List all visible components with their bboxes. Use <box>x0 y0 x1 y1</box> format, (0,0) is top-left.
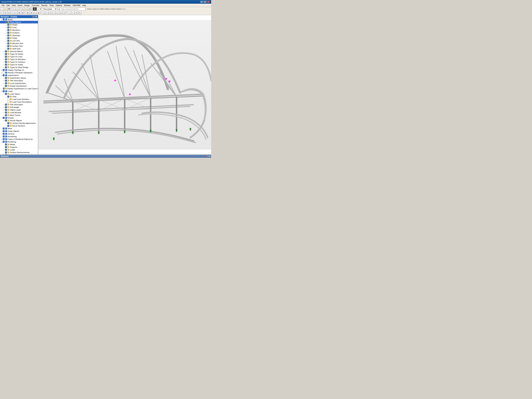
tree-item[interactable]: ▾✓Loads <box>0 90 38 93</box>
tree-item[interactable]: Load Case Numbers <box>0 98 38 101</box>
tree-checkbox[interactable]: ✓ <box>3 130 5 132</box>
menubar-item-file[interactable]: File <box>1 4 6 7</box>
tree-item[interactable]: ▸✓Local Imperfections <box>0 82 38 85</box>
tree-checkbox[interactable]: ✓ <box>3 138 5 140</box>
tree-checkbox[interactable]: ✓ <box>3 90 5 92</box>
tree-item[interactable]: ✓Supports <box>0 146 38 148</box>
tree-checkbox[interactable]: ✓ <box>5 82 7 84</box>
tree-checkbox[interactable]: ✓ <box>7 125 9 127</box>
tree-item[interactable]: ▸✓Line Sets <box>0 39 38 42</box>
tool-1[interactable]: ↖ <box>0 11 4 14</box>
tree-item[interactable]: ▸✓Special Objects <box>0 50 38 53</box>
tool-10[interactable]: ● <box>33 11 37 14</box>
keyword-search[interactable] <box>59 7 85 11</box>
tree-checkbox[interactable]: ✓ <box>7 26 9 28</box>
tool-4[interactable]: ∿ <box>11 11 14 14</box>
tree-item[interactable]: ▸✓Types for Surfaces <box>0 61 38 63</box>
tree-item[interactable]: ▾✓Basic Objects <box>0 21 38 23</box>
tree-item[interactable]: ▾✓Shading <box>0 154 38 154</box>
tree-checkbox[interactable]: ✓ <box>5 58 7 60</box>
tree-checkbox[interactable]: ✓ <box>3 74 5 76</box>
tree-item[interactable]: ✓Numbering <box>0 135 38 138</box>
open-button[interactable]: 📂 <box>4 7 7 11</box>
tool-15[interactable]: ⌗ <box>52 11 56 14</box>
tree-checkbox[interactable]: ✓ <box>5 144 7 146</box>
tree-item[interactable]: ▸✓Solid Sets <box>0 47 38 50</box>
tree-item[interactable]: ▸✓Openings <box>0 34 38 37</box>
menubar-item-assign[interactable]: Assign <box>23 4 31 7</box>
tree-checkbox[interactable]: ✓ <box>3 88 5 90</box>
tree-checkbox[interactable] <box>7 98 9 100</box>
nav-close-button[interactable]: ✕ <box>35 16 37 18</box>
tree-item[interactable]: Load Case Descriptions <box>0 101 38 103</box>
tree-checkbox[interactable]: ✓ <box>5 50 7 52</box>
tree-item[interactable]: ▾✓Result Objects <box>0 119 38 122</box>
tree-checkbox[interactable]: ✓ <box>5 56 7 58</box>
tree-item[interactable]: ▾✓Results <box>0 117 38 119</box>
tree-item[interactable]: ▸✓Member Sets <box>0 42 38 45</box>
tree-checkbox[interactable]: ✓ <box>7 122 9 124</box>
tree-item[interactable]: ▸✓Self-weight <box>0 106 38 108</box>
tree-checkbox[interactable]: ✓ <box>7 45 9 47</box>
menubar-item-insert[interactable]: Insert <box>17 4 23 7</box>
tree-item[interactable]: ▸✓Global Imperfections <box>0 85 38 87</box>
menubar-item-help[interactable]: Help <box>81 4 87 7</box>
tree-item[interactable]: ✓Mesh <box>0 127 38 130</box>
redo-button[interactable]: ↪ <box>16 7 19 11</box>
tree-item[interactable]: ▾✓Model <box>0 18 38 21</box>
pan-button[interactable]: ✋ <box>24 7 28 11</box>
nav-pin-button[interactable]: 📌 <box>32 16 35 18</box>
tool-16[interactable]: ⊾ <box>56 11 59 14</box>
tree-checkbox[interactable]: ✓ <box>3 127 5 129</box>
tree-item[interactable]: ✓General <box>0 133 38 135</box>
tool-9[interactable]: ■ <box>30 11 33 14</box>
tree-item[interactable]: ▸✓Title Information <box>0 103 38 106</box>
tool-17[interactable]: ⊻ <box>59 11 63 14</box>
load-case-name-combo[interactable]: Peso propio <box>42 7 57 11</box>
tree-checkbox[interactable]: ✓ <box>5 66 7 68</box>
tree-checkbox[interactable]: ✓ <box>5 106 7 108</box>
tool-7[interactable]: ⊠ <box>21 11 25 14</box>
tree-item[interactable]: ▸✓Surfaces <box>0 32 38 34</box>
tree-checkbox[interactable]: ✓ <box>7 48 9 50</box>
tree-item[interactable]: ▾✓Load Values <box>0 93 38 95</box>
tree-checkbox[interactable] <box>7 101 9 103</box>
tree-item[interactable]: ▸Results of Boolean Operations <box>0 71 38 74</box>
tree-checkbox[interactable]: ✓ <box>5 77 7 79</box>
tree-item[interactable]: ▸✓Object Loads <box>0 108 38 111</box>
tree-checkbox[interactable]: ✓ <box>7 37 9 39</box>
tree-item[interactable]: ✓Surface Reinforcements <box>0 151 38 154</box>
tree-checkbox[interactable]: ✓ <box>7 29 9 31</box>
tree-checkbox[interactable]: ✓ <box>3 141 5 143</box>
tree-item[interactable]: ▸✓Solids <box>0 37 38 39</box>
tree-checkbox[interactable]: ✓ <box>3 19 5 20</box>
new-button[interactable]: 📄 <box>0 7 4 11</box>
tool-3[interactable]: ⊗ <box>7 11 11 14</box>
tree-item[interactable]: ▸✓Types for Members <box>0 58 38 61</box>
tool-2[interactable]: ⊕ <box>4 11 7 14</box>
tool-12[interactable]: ⌖ <box>42 11 45 14</box>
tree-checkbox[interactable]: ✓ <box>5 21 7 23</box>
tree-checkbox[interactable]: ✓ <box>5 109 7 111</box>
tree-item[interactable]: ✓Surface Results Adjustments <box>0 122 38 125</box>
tree-item[interactable]: ✓Guide Objects <box>0 130 38 133</box>
tree-checkbox[interactable]: ✓ <box>5 80 7 82</box>
menubar-item-edit[interactable]: Edit <box>6 4 11 7</box>
tree-item[interactable]: ▸✓Wind Tunnel <box>0 114 38 117</box>
tree-checkbox[interactable]: ✓ <box>5 53 7 55</box>
tree-checkbox[interactable]: ✓ <box>5 64 7 66</box>
tree-item[interactable]: ▸✓Types for Lines <box>0 55 38 58</box>
tree-checkbox[interactable]: ✓ <box>3 133 5 135</box>
menubar-item-options[interactable]: Options <box>55 4 63 7</box>
tree-checkbox[interactable]: ✓ <box>5 93 7 95</box>
save-button[interactable]: 💾 <box>7 7 11 11</box>
display-d-button[interactable]: D <box>33 7 37 11</box>
menubar-item-view[interactable]: View <box>11 4 17 7</box>
menubar-item-cad-bim[interactable]: CAD-BIM <box>71 4 81 7</box>
tree-checkbox[interactable]: ✓ <box>3 69 5 71</box>
tool-13[interactable]: ⊹ <box>45 11 49 14</box>
tree-checkbox[interactable]: ✓ <box>5 61 7 63</box>
menubar-item-window[interactable]: Window <box>63 4 71 7</box>
tool-20[interactable]: ↕ <box>71 11 75 14</box>
tree-item[interactable]: ▸✓Load Wizards <box>0 111 38 114</box>
